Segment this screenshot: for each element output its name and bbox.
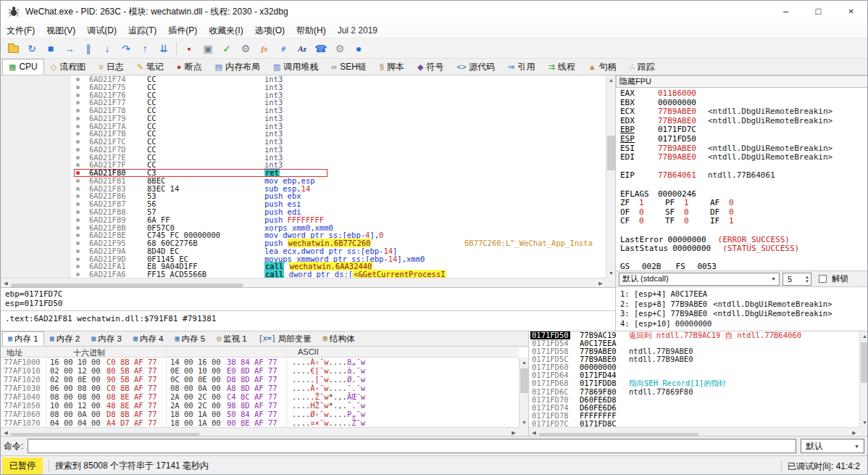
breakpoint-dot[interactable] [76, 117, 80, 120]
breakpoint-dot[interactable] [76, 210, 80, 214]
stepper-arrows-icon[interactable]: ▲▼ [805, 275, 809, 284]
tab-source[interactable]: <>源代码 [450, 59, 501, 75]
menu-item-5[interactable]: 收藏夹(I) [203, 22, 249, 38]
breakpoint-dot[interactable] [76, 156, 80, 160]
command-input[interactable] [28, 439, 796, 453]
arg-row[interactable]: 4: [esp+10] 00000000 [620, 319, 868, 329]
close-button[interactable]: × [835, 1, 867, 22]
menu-item-1[interactable]: 视图(V) [41, 22, 81, 38]
command-mode-select[interactable]: 默认 ▼ [801, 439, 864, 453]
stack-row[interactable]: 0171FD6000000000 [529, 363, 859, 371]
scrollbar-track[interactable] [519, 367, 528, 418]
breakpoint-dot[interactable] [76, 101, 80, 104]
tab-graph[interactable]: ◇流程图 [44, 59, 92, 75]
arg-row[interactable]: 3: [esp+C] 77B9ABE0<ntdll.DbgUiRemoteBre… [620, 309, 868, 319]
dump-row[interactable]: 77AF103006 00 08 00C0 8B AF 7708 00 0A 0… [1, 384, 519, 392]
tab-log[interactable]: ≡日志 [92, 59, 130, 75]
stack-row[interactable]: 0171FD54A0C17EEA [529, 339, 859, 347]
breakpoint-dot[interactable] [76, 148, 80, 152]
disasm-row[interactable]: 6AD21F75CCint3 [1, 83, 606, 91]
maximize-button[interactable]: □ [802, 1, 835, 22]
tab-references[interactable]: ⇒引用 [501, 59, 541, 75]
stack-row[interactable]: 0171FD6C77869F80ntdll.77869F80 [529, 388, 859, 396]
run-button[interactable]: → [61, 40, 78, 57]
tab-memory-5[interactable]: ▦内存 5 [170, 331, 212, 346]
tab-memory-4[interactable]: ▦内存 4 [128, 331, 170, 346]
tab-breakpoints[interactable]: ●断点 [170, 59, 209, 75]
stack-row[interactable]: 0171FD5077B9AC19返回到 ntdll.77B9AC19 自 ntd… [529, 331, 859, 339]
disasm-row[interactable]: 6AD21FA6FF15 ACD5566Bcall dword ptr ds:[… [1, 270, 606, 278]
patches-button[interactable]: ✓ [218, 40, 235, 57]
tab-memory-map[interactable]: ▤内存布局 [209, 59, 267, 75]
register-row[interactable]: EDX77B9ABE0<ntdll.DbgUiRemoteBreakin> [616, 117, 868, 126]
stack-vertical-scrollbar[interactable]: ▲ ▼ [859, 331, 868, 427]
register-row[interactable]: EDI77B9ABE0<ntdll.DbgUiRemoteBreakin> [616, 153, 868, 162]
disasm-vertical-scrollbar[interactable]: ▲ ▼ [606, 75, 615, 278]
argument-count-stepper[interactable]: 5 ▲▼ [783, 273, 811, 286]
stack-row[interactable]: 0171FD70D60FE6D8 [529, 396, 859, 404]
scrollbar-thumb[interactable] [861, 342, 868, 383]
scrollbar-track[interactable] [860, 341, 868, 418]
calling-convention-select[interactable]: 默认 (stdcall) ▼ [619, 273, 780, 286]
search-button[interactable]: ● [350, 40, 367, 57]
dump-row[interactable]: 77AF107004 00 04 00A4 D7 AF 7718 00 1A 0… [1, 418, 519, 427]
tab-cpu[interactable]: ▦CPU [2, 59, 44, 75]
menu-item-3[interactable]: 追踪(T) [122, 22, 162, 38]
dump-vertical-scrollbar[interactable]: ▲ ▼ [519, 358, 528, 427]
menu-item-7[interactable]: 帮助(H) [291, 22, 332, 38]
scroll-up-arrow[interactable]: ▲ [860, 331, 868, 341]
tab-notes[interactable]: ✎笔记 [130, 59, 170, 75]
register-row[interactable]: EFLAGS00000246 [616, 190, 868, 199]
stack-row[interactable]: 0171FD74D60FE6D6 [529, 404, 859, 412]
dump-row[interactable]: 77AF105010 00 12 0048 8E AF 772A 00 2C 0… [1, 401, 519, 410]
step-out-button[interactable]: ↑ [136, 40, 154, 57]
tab-trace[interactable]: ∴跟踪 [623, 59, 662, 75]
scroll-right-arrow[interactable]: ▶ [596, 278, 606, 288]
stack-row[interactable]: 0171FD680171FDD8指向SEH_Record[1]的指针 [529, 379, 859, 387]
dump-row[interactable]: 77AF104008 00 08 0008 8E AF 772A 00 2C 0… [1, 392, 519, 401]
restart-button[interactable]: ↻ [23, 40, 41, 57]
disasm-row[interactable]: 6AD21F80C3ret [1, 169, 606, 177]
menu-item-6[interactable]: 选项(O) [249, 22, 291, 38]
breakpoint-dot[interactable] [76, 202, 80, 206]
dump-row[interactable]: 77AF102002 00 0E 0090 5B AF 770C 00 0E 0… [1, 375, 519, 384]
snapshot-button[interactable]: ▣ [199, 40, 217, 57]
dump-row[interactable]: 77AF101002 00 12 0080 5B AF 770E 00 10 0… [1, 366, 519, 375]
register-row[interactable]: CF0TF0IF1 [616, 217, 868, 226]
breakpoint-dot[interactable] [76, 140, 80, 144]
tab-memory-3[interactable]: ▦内存 3 [85, 331, 128, 346]
attach-button[interactable]: ☎ [312, 40, 330, 57]
tab-memory-2[interactable]: ▦内存 2 [44, 331, 86, 346]
breakpoint-dot[interactable] [76, 179, 80, 183]
breakpoint-dot[interactable] [76, 234, 80, 237]
breakpoint-dot[interactable] [76, 163, 80, 167]
breakpoint-dot[interactable] [76, 125, 80, 128]
dump-row[interactable]: 77AF100016 00 10 00C0 8B AF 7714 00 16 0… [1, 358, 519, 366]
breakpoint-dot[interactable] [76, 265, 80, 268]
stack-row[interactable]: 0171FD5C77B9ABE0ntdll.77B9ABE0 [529, 355, 859, 363]
disasm-row[interactable]: 6AD21F79CCint3 [1, 115, 606, 123]
register-row[interactable] [616, 181, 868, 190]
functions-button[interactable]: fx [256, 40, 273, 57]
scrollbar-thumb[interactable] [607, 136, 615, 170]
scrollbar-track[interactable] [606, 85, 615, 268]
hide-fpu-button[interactable]: 隐藏FPU [616, 75, 868, 88]
scroll-down-arrow[interactable]: ▼ [860, 418, 868, 427]
skip-button[interactable]: ⇊ [155, 40, 172, 57]
tab-struct[interactable]: ⊞结构体 [317, 331, 361, 346]
register-row[interactable]: LastStatus00000000(STATUS_SUCCESS) [616, 244, 868, 254]
register-row[interactable]: ESP0171FD50 [616, 135, 868, 144]
arg-row[interactable]: 1: [esp+4] A0C17EEA [620, 289, 868, 300]
tab-threads[interactable]: ⇉线程 [542, 59, 582, 75]
dump-row[interactable]: 77AF106008 00 0A 00D8 8B AF 7718 00 1A 0… [1, 410, 519, 418]
unlock-checkbox[interactable] [819, 275, 827, 283]
tab-symbols[interactable]: ◆符号 [411, 59, 450, 75]
strings-button[interactable]: Az [293, 40, 311, 57]
arg-row[interactable]: 2: [esp+8] 77B9ABE0<ntdll.DbgUiRemoteBre… [620, 300, 868, 310]
tab-watch-1[interactable]: ◎监视 1 [211, 331, 253, 346]
tab-script[interactable]: §脚本 [373, 59, 411, 75]
menu-item-2[interactable]: 调试(D) [81, 22, 122, 38]
register-row[interactable]: EBP0171FD7C [616, 125, 868, 135]
breakpoint-dot[interactable] [76, 218, 80, 222]
breakpoint-dot[interactable] [76, 78, 80, 81]
